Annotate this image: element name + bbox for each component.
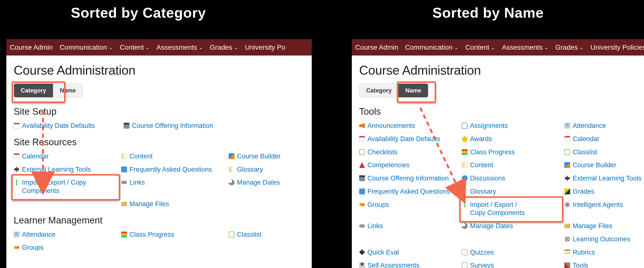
tool-link-announcements[interactable]: Announcements (368, 122, 415, 130)
tool-link-availability-date-defaults[interactable]: Availability Date Defaults (22, 122, 95, 130)
ic-progress-icon (462, 149, 468, 155)
tool-link-intelligent-agents[interactable]: Intelligent Agents (573, 201, 623, 209)
tool-link-calendar[interactable]: Calendar (573, 135, 600, 143)
nav-course-admin[interactable]: Course Admin (10, 44, 53, 51)
tool-link-external-learning-tools[interactable]: External Learning Tools (22, 166, 91, 174)
toggle-name[interactable]: Name (53, 84, 82, 97)
tool-link-row: Import / Export / Copy Components (462, 198, 564, 220)
ic-dates-icon (462, 223, 468, 229)
ic-import-icon (462, 202, 468, 208)
ic-import-icon (14, 179, 20, 185)
tool-link-row: Quizzes (462, 246, 564, 259)
tool-link-competencies[interactable]: Competencies (368, 161, 410, 169)
ic-faq-icon (121, 166, 127, 172)
sort-toggle: Category Name (14, 83, 83, 98)
tool-link-rubrics[interactable]: Rubrics (573, 248, 595, 257)
tool-link-import-export-copy-components[interactable]: Import / Export / Copy Components (22, 178, 105, 195)
tool-link-course-offering-information[interactable]: Course Offering Information (368, 174, 449, 183)
nav-assessments[interactable]: Assessments⌄ (502, 44, 548, 51)
tool-link-glossary[interactable]: Glossary (470, 188, 496, 196)
tool-link-course-builder[interactable]: Course Builder (237, 152, 281, 161)
tool-link-checklists[interactable]: Checklists (368, 148, 398, 156)
nav-communication[interactable]: Communication⌄ (405, 44, 458, 51)
ic-agents-icon (564, 202, 570, 208)
nav-label: Content (120, 44, 144, 51)
tool-link-learning-outcomes[interactable]: Learning Outcomes (573, 235, 630, 243)
tool-link-groups[interactable]: Groups (368, 201, 389, 209)
link-grid: CalendarContentCourse BuilderExternal Le… (14, 150, 304, 211)
tool-link-classlist[interactable]: Classlist (237, 230, 262, 239)
tool-link-quizzes[interactable]: Quizzes (470, 248, 494, 257)
section-title: Site Resources (14, 137, 304, 147)
tool-link-row: Self Assessments (359, 259, 462, 268)
tool-link-row: Calendar (564, 133, 644, 146)
ic-ext-icon (564, 175, 570, 181)
nav-communication[interactable]: Communication⌄ (60, 44, 113, 51)
caption-right: Sorted by Name (432, 5, 544, 21)
nav-course-admin[interactable]: Course Admin (355, 44, 398, 51)
nav-label: University Policies (590, 44, 644, 51)
chevron-down-icon: ⌄ (544, 45, 548, 50)
tool-link-surveys[interactable]: Surveys (470, 261, 494, 268)
tool-link-row: Groups (359, 198, 462, 220)
ic-grades-icon (564, 188, 570, 194)
nav-assessments[interactable]: Assessments⌄ (156, 44, 203, 51)
ic-calendar-icon (564, 136, 570, 142)
tool-link-links[interactable]: Links (130, 178, 145, 187)
tool-link-attendance[interactable]: Attendance (22, 230, 56, 239)
tool-link-frequently-asked-questions[interactable]: Frequently Asked Questions (368, 188, 450, 196)
section-title: Site Setup (14, 106, 304, 117)
tool-link-manage-dates[interactable]: Manage Dates (470, 222, 513, 230)
tool-link-groups[interactable]: Groups (22, 243, 44, 252)
tool-link-row: Import / Export / Copy Components (14, 176, 121, 198)
tool-link-attendance[interactable]: Attendance (573, 122, 606, 130)
ic-content-icon (121, 153, 127, 159)
ic-attendance-icon (564, 123, 570, 129)
tool-link-quick-eval[interactable]: Quick Eval (368, 248, 399, 257)
tool-link-glossary[interactable]: Glossary (237, 166, 263, 174)
ic-quiz-icon (462, 249, 468, 255)
tool-link-calendar[interactable]: Calendar (22, 152, 49, 161)
tool-link-manage-files[interactable]: Manage Files (573, 222, 612, 230)
tool-link-grades[interactable]: Grades (573, 188, 594, 196)
ic-groups-icon (359, 202, 365, 208)
tool-link-awards[interactable]: Awards (470, 135, 492, 143)
tool-link-discussions[interactable]: Discussions (470, 174, 505, 183)
tool-link-import-export-copy-components[interactable]: Import / Export / Copy Components (470, 201, 534, 217)
tool-link-content[interactable]: Content (470, 161, 493, 169)
tool-link-row: Glossary (229, 163, 312, 176)
tool-link-course-builder[interactable]: Course Builder (573, 161, 616, 169)
tool-link-links[interactable]: Links (368, 222, 383, 230)
nav-content[interactable]: Content⌄ (465, 44, 495, 51)
tool-link-manage-files[interactable]: Manage Files (130, 200, 169, 208)
tool-link-row: Calendar (14, 150, 121, 163)
navbar: Course AdminCommunication⌄Content⌄Assess… (352, 39, 644, 56)
tool-link-row: Course Builder (229, 150, 312, 163)
ic-ext-icon (14, 166, 20, 172)
nav-university-policies[interactable]: University Policies⌄ (590, 44, 644, 51)
tool-link-class-progress[interactable]: Class Progress (470, 148, 515, 156)
tool-link-tools[interactable]: Tools (573, 261, 588, 268)
link-grid: Availability Date DefaultsCourse Offerin… (14, 119, 304, 133)
nav-grades[interactable]: Grades⌄ (555, 44, 584, 51)
tool-link-classlist[interactable]: Classlist (573, 148, 597, 156)
tool-link-course-offering-information[interactable]: Course Offering Information (132, 122, 213, 130)
chevron-down-icon: ⌄ (199, 45, 203, 50)
toggle-category[interactable]: Category (360, 84, 398, 97)
tool-link-manage-dates[interactable]: Manage Dates (237, 178, 280, 187)
tool-link-self-assessments[interactable]: Self Assessments (368, 261, 420, 268)
tool-link-content[interactable]: Content (130, 152, 153, 161)
tool-link-row: Assignments (462, 119, 564, 133)
toggle-name[interactable]: Name (398, 84, 428, 97)
tool-link-external-learning-tools[interactable]: External Learning Tools (573, 174, 642, 183)
tool-link-availability-date-defaults[interactable]: Availability Date Defaults (368, 135, 440, 143)
nav-grades[interactable]: Grades⌄ (210, 44, 238, 51)
nav-university-policies[interactable]: University Po (245, 44, 285, 51)
nav-content[interactable]: Content⌄ (120, 44, 150, 51)
tool-link-class-progress[interactable]: Class Progress (130, 230, 174, 239)
tool-link-row: Competencies (359, 159, 462, 172)
tool-link-assignments[interactable]: Assignments (470, 122, 508, 130)
ic-check-icon (359, 149, 365, 155)
toggle-category[interactable]: Category (14, 84, 53, 97)
tool-link-frequently-asked-questions[interactable]: Frequently Asked Questions (130, 166, 212, 174)
